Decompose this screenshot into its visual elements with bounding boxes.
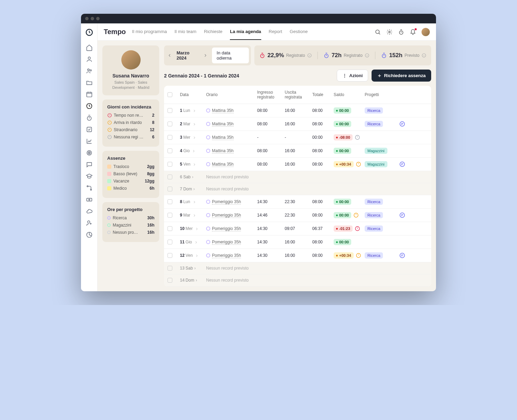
next-month-button[interactable] [202, 52, 209, 59]
comment-icon[interactable] [399, 212, 405, 218]
window-dot-close[interactable] [85, 17, 89, 20]
window-titlebar [81, 14, 436, 23]
expand-icon[interactable] [192, 122, 197, 126]
expand-icon[interactable] [192, 213, 197, 218]
clockout-cell: 16:00 [285, 108, 312, 113]
gear-icon[interactable] [386, 29, 393, 35]
expand-icon[interactable] [192, 200, 197, 204]
comment-icon[interactable] [399, 252, 405, 259]
grad-icon[interactable] [86, 173, 93, 180]
expand-button[interactable]: › [193, 187, 195, 191]
cloud-icon[interactable] [86, 208, 93, 215]
tab-2[interactable]: Richieste [204, 24, 222, 40]
flow-icon[interactable] [86, 185, 93, 191]
shift-cell[interactable]: Pomeriggio 35h [206, 226, 257, 231]
window-dot-max[interactable] [96, 17, 100, 20]
project-tag[interactable]: Ricerca [365, 212, 383, 218]
home-icon[interactable] [86, 44, 93, 51]
expand-button[interactable]: › [196, 278, 197, 283]
comment-icon[interactable] [399, 121, 405, 127]
expand-icon[interactable] [194, 254, 200, 258]
money-icon[interactable] [86, 196, 93, 203]
shift-cell[interactable]: Pomeriggio 35h [206, 199, 257, 204]
shift-cell[interactable]: Pomeriggio 35h [206, 240, 257, 245]
row-checkbox[interactable] [168, 253, 172, 258]
pie-icon[interactable] [86, 231, 93, 238]
project-tag[interactable]: Ricerca [365, 225, 383, 232]
absences-title: Assenze [107, 156, 154, 161]
select-all-checkbox[interactable] [168, 92, 172, 97]
comment-icon[interactable] [399, 161, 405, 167]
shift-cell[interactable]: Mattina 35h [206, 162, 257, 167]
search-icon[interactable] [375, 29, 381, 35]
project-tag[interactable]: Ricerca [365, 252, 383, 259]
balance-badge: 00:00 [334, 148, 351, 154]
expand-icon[interactable] [194, 227, 200, 231]
shift-cell[interactable]: Mattina 35h [206, 148, 257, 154]
expand-icon[interactable] [191, 149, 196, 153]
shift-cell[interactable]: Mattina 35h [206, 122, 257, 127]
current-month: Marzo 2024 [174, 50, 201, 61]
today-button[interactable]: In data odierna [212, 48, 249, 63]
request-absence-button[interactable]: Richiedere assenza [372, 70, 431, 82]
row-checkbox[interactable] [168, 162, 172, 167]
team-icon[interactable] [86, 67, 93, 74]
tab-1[interactable]: Il mio team [174, 24, 196, 40]
info-icon[interactable] [365, 53, 369, 58]
expand-button[interactable]: › [192, 175, 193, 179]
svg-point-12 [90, 189, 91, 190]
row-checkbox[interactable] [168, 278, 172, 283]
calendar-icon[interactable] [86, 91, 93, 98]
adduser-icon[interactable] [86, 220, 93, 227]
row-checkbox[interactable] [168, 213, 172, 218]
project-tag[interactable]: Ricerca [365, 107, 383, 114]
shift-cell[interactable]: Pomeriggio 35h [206, 213, 257, 218]
shift-cell[interactable]: Pomeriggio 35h [206, 253, 257, 258]
row-checkbox[interactable] [168, 148, 172, 153]
bell-icon[interactable] [410, 29, 416, 35]
chart-icon[interactable] [86, 138, 93, 145]
stopwatch-icon[interactable] [398, 29, 404, 35]
info-icon[interactable] [422, 53, 426, 58]
row-checkbox[interactable] [168, 135, 172, 140]
row-checkbox[interactable] [168, 199, 172, 204]
row-checkbox[interactable] [168, 187, 172, 191]
folder-icon[interactable] [86, 79, 93, 86]
info-icon[interactable] [307, 53, 312, 58]
chat-icon[interactable] [86, 161, 93, 168]
row-checkbox[interactable] [168, 226, 172, 231]
tab-5[interactable]: Gestione [290, 24, 308, 40]
row-checkbox[interactable] [168, 240, 172, 244]
project-tag[interactable]: Magazzini [365, 161, 387, 167]
row-checkbox[interactable] [168, 175, 172, 179]
shift-cell[interactable]: Mattina 35h [206, 135, 257, 140]
expand-icon[interactable] [192, 162, 197, 167]
shift-dot-icon [206, 149, 210, 153]
expand-button[interactable]: › [194, 266, 196, 271]
check-icon[interactable] [86, 126, 93, 133]
window-dot-min[interactable] [91, 17, 94, 20]
tab-3[interactable]: La mia agenda [230, 24, 261, 40]
app-logo[interactable] [85, 28, 93, 36]
incident-row: Arriva in ritardo8 [107, 120, 154, 125]
project-tag[interactable]: Magazzini [365, 148, 387, 154]
actions-button[interactable]: Azioni [337, 70, 368, 82]
expand-icon[interactable] [192, 136, 197, 140]
expand-icon[interactable] [193, 240, 199, 244]
project-tag[interactable]: Ricerca [365, 199, 383, 205]
avatar-menu[interactable] [422, 28, 430, 36]
shift-cell[interactable]: Mattina 35h [206, 108, 257, 113]
tab-0[interactable]: Il mio programma [132, 24, 167, 40]
user-icon[interactable] [86, 56, 93, 63]
project-tag[interactable]: Ricerca [365, 121, 383, 127]
prev-month-button[interactable] [166, 52, 173, 59]
target-icon[interactable] [86, 149, 93, 156]
expand-icon[interactable] [192, 109, 197, 113]
row-checkbox[interactable] [168, 266, 172, 271]
clock-icon[interactable] [86, 103, 93, 109]
timer-icon[interactable] [86, 114, 93, 121]
row-checkbox[interactable] [168, 122, 172, 126]
metric-icon [259, 52, 265, 59]
tab-4[interactable]: Report [269, 24, 282, 40]
row-checkbox[interactable] [168, 108, 172, 113]
